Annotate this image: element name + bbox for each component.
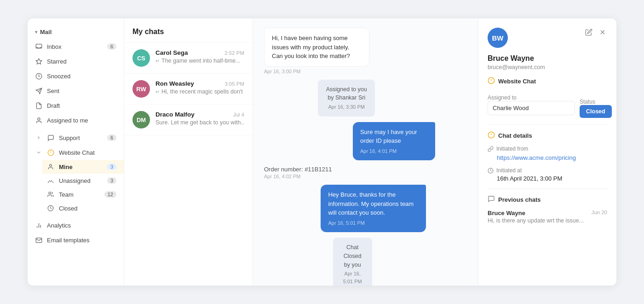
mine-icon xyxy=(47,163,54,170)
main-card: ▾ Mail Inbox 6 Starred xyxy=(28,18,616,286)
msg-bubble-incoming-1: Hi, I have been having some issues with … xyxy=(264,28,369,67)
message-4: Order number: #11B1211 Apr 16, 4:02 PM xyxy=(264,166,332,179)
reply-icon: ↵ xyxy=(155,58,160,64)
assigned-to-input[interactable] xyxy=(488,101,575,115)
msg-text-6: Chat Closed by you xyxy=(344,244,362,268)
contact-avatar: BW xyxy=(488,28,508,48)
user-icon xyxy=(35,117,42,124)
chat-carol-content: Carol Sega 2:52 PM ↵ The game went into … xyxy=(155,49,244,64)
support-icon xyxy=(47,134,54,141)
mail-section-label: Mail xyxy=(40,29,52,35)
prev-chat-item[interactable]: Bruce Wayne Hi, is there any update wrt … xyxy=(488,210,607,224)
initiated-at-label: Initiated at xyxy=(488,167,607,174)
team-label: Team xyxy=(59,191,74,198)
mine-label: Mine xyxy=(59,164,73,170)
chat-ron-top: Ron Weasley 3:05 PM xyxy=(155,80,244,87)
prev-chat-date: Jun 20 xyxy=(591,210,607,215)
draft-label: Draft xyxy=(47,102,60,109)
sidebar-item-mine[interactable]: Mine 3 xyxy=(42,160,124,174)
sidebar-item-email-templates[interactable]: Email templates xyxy=(28,233,124,247)
sidebar-item-sent[interactable]: Sent xyxy=(28,83,124,98)
status-label: Status xyxy=(580,99,616,105)
msg-text-2: Assigned to you by Shankar Sri xyxy=(326,86,367,101)
sidebar-item-starred[interactable]: Starred xyxy=(28,54,124,69)
chat-draco-time: Jul 4 xyxy=(233,112,244,117)
chat-item-draco[interactable]: DM Draco Malfoy Jul 4 Sure. Let me get b… xyxy=(124,105,253,135)
inbox-badge: 6 xyxy=(107,43,116,50)
website-chat-label: Website Chat xyxy=(59,149,95,156)
right-panel-icons xyxy=(584,28,607,39)
sent-label: Sent xyxy=(47,88,59,94)
status-closed-button[interactable]: Closed xyxy=(580,105,612,118)
sidebar: ▾ Mail Inbox 6 Starred xyxy=(28,18,124,286)
avatar-draco: DM xyxy=(132,111,150,129)
right-panel-header: BW xyxy=(488,28,607,48)
close-panel-button[interactable] xyxy=(598,28,607,39)
mail-section-header[interactable]: ▾ Mail xyxy=(28,27,124,39)
initiated-at-row: Initiated at 16th April 2021, 3:00 PM xyxy=(488,167,607,182)
chat-ron-preview: ↵ Hi, the recent magic spells don't s... xyxy=(155,88,244,95)
assigned-to-field: Assigned to xyxy=(488,94,575,115)
prev-chat-preview: Hi, is there any update wrt the issue... xyxy=(488,217,584,224)
chat-window: Hi, I have been having some issues with … xyxy=(253,18,478,286)
initiated-from-label: Initiated from xyxy=(488,146,607,152)
chat-carol-time: 2:52 PM xyxy=(224,50,244,56)
chat-details-section-title: Chat details xyxy=(488,131,607,140)
msg-text-5: Hey Bruce, thanks for the information. M… xyxy=(328,191,414,216)
sidebar-item-draft[interactable]: Draft xyxy=(28,98,124,113)
msg-text-4: Order number: #11B1211 xyxy=(264,166,332,173)
sidebar-item-team[interactable]: Team 12 xyxy=(42,187,124,201)
sidebar-item-support[interactable]: Support 6 xyxy=(28,130,124,145)
svg-point-5 xyxy=(38,117,40,120)
svg-marker-1 xyxy=(36,58,42,64)
svg-point-9 xyxy=(50,164,52,167)
msg-bubble-outgoing-2: Hey Bruce, thanks for the information. M… xyxy=(321,185,426,232)
mine-badge: 3 xyxy=(107,164,116,170)
sidebar-item-assigned[interactable]: Assigned to me xyxy=(28,113,124,128)
reply-icon-2: ↵ xyxy=(155,89,160,95)
message-2: Assigned to you by Shankar Sri Apr 16, 3… xyxy=(318,80,413,117)
analytics-icon xyxy=(35,222,42,229)
team-icon xyxy=(47,191,54,198)
msg-time-1: Apr 16, 3:00 PM xyxy=(264,69,410,74)
prev-chat-info: Bruce Wayne Hi, is there any update wrt … xyxy=(488,210,584,224)
initiated-from-row: Initiated from https://www.acme.com/pric… xyxy=(488,146,607,162)
section-divider-2 xyxy=(488,188,607,189)
status-field: Status Closed xyxy=(580,99,616,118)
chat-ron-name: Ron Weasley xyxy=(155,80,194,87)
sidebar-item-snoozed[interactable]: Snoozed xyxy=(28,69,124,83)
website-chat-icon xyxy=(47,149,54,156)
chat-details-icon xyxy=(488,131,495,140)
sidebar-item-closed[interactable]: Closed xyxy=(42,201,124,215)
chat-item-ron[interactable]: RW Ron Weasley 3:05 PM ↵ Hi, the recent … xyxy=(124,74,253,105)
message-6: Chat Closed by you Apr 16, 5:01 PM xyxy=(333,238,398,286)
channel-label: Website Chat xyxy=(498,78,536,85)
email-templates-icon xyxy=(35,236,42,244)
message-1: Hi, I have been having some issues with … xyxy=(264,28,410,74)
sidebar-item-website-chat[interactable]: Website Chat xyxy=(28,145,124,160)
msg-time-3: Apr 16, 4:01 PM xyxy=(360,147,428,155)
unassigned-icon xyxy=(47,177,54,184)
previous-chats-label: Previous chats xyxy=(498,196,541,203)
chat-draco-name: Draco Malfoy xyxy=(155,111,195,118)
assigned-to-label: Assigned to xyxy=(488,94,575,101)
chat-item-carol[interactable]: CS Carol Sega 2:52 PM ↵ The game went in… xyxy=(124,43,253,74)
chat-list-header: My chats xyxy=(124,18,253,43)
initiated-at-text: Initiated at xyxy=(496,167,522,174)
sidebar-item-analytics[interactable]: Analytics xyxy=(28,218,124,233)
sidebar-item-inbox[interactable]: Inbox 6 xyxy=(28,39,124,54)
avatar-ron: RW xyxy=(132,80,150,98)
prev-chat-name: Bruce Wayne xyxy=(488,210,584,216)
email-templates-label: Email templates xyxy=(47,237,89,244)
clock-icon xyxy=(35,72,42,80)
assigned-label: Assigned to me xyxy=(47,117,88,124)
initiated-from-url[interactable]: https://www.acme.com/pricing xyxy=(488,154,576,161)
avatar-carol: CS xyxy=(132,49,150,67)
inbox-label: Inbox xyxy=(47,43,62,50)
sidebar-item-unassigned[interactable]: Unassigned 3 xyxy=(42,174,124,187)
edit-button[interactable] xyxy=(584,28,593,39)
msg-text-1: Hi, I have been having some issues with … xyxy=(272,35,350,59)
section-divider-1 xyxy=(488,124,607,125)
msg-time-2: Apr 16, 3:30 PM xyxy=(325,103,368,111)
chat-draco-top: Draco Malfoy Jul 4 xyxy=(155,111,244,118)
